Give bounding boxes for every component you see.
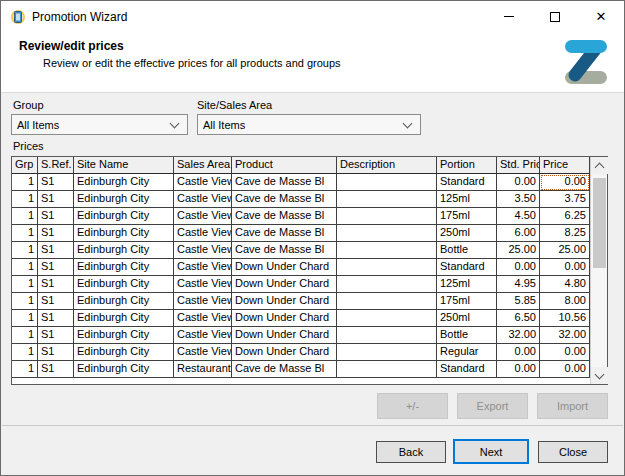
grid-cell-std-price[interactable]: 25.00 xyxy=(497,242,540,259)
grid-cell-portion[interactable]: 250ml xyxy=(437,310,497,327)
grid-cell-sales-area[interactable]: Castle View xyxy=(174,276,232,293)
grid-cell-description[interactable] xyxy=(337,174,437,191)
minimize-button[interactable] xyxy=(486,1,532,32)
grid-cell-s-ref[interactable]: S1 xyxy=(38,174,74,191)
next-button[interactable]: Next xyxy=(453,439,529,464)
site-sales-area-dropdown[interactable]: All Items xyxy=(197,114,421,135)
grid-cell-product[interactable]: Down Under Chard xyxy=(232,310,337,327)
grid-cell-price[interactable]: 0.00 xyxy=(540,361,590,378)
grid-cell-grp[interactable]: 1 xyxy=(12,361,38,378)
grid-cell-grp[interactable]: 1 xyxy=(12,327,38,344)
grid-cell-grp[interactable]: 1 xyxy=(12,208,38,225)
grid-cell-s-ref[interactable]: S1 xyxy=(38,208,74,225)
export-button[interactable]: Export xyxy=(457,393,528,419)
close-button[interactable]: ✕ xyxy=(578,1,624,32)
grid-cell-price[interactable]: 8.00 xyxy=(540,293,590,310)
grid-cell-site-name[interactable]: Edinburgh City xyxy=(74,191,174,208)
grid-cell-description[interactable] xyxy=(337,191,437,208)
grid-cell-grp[interactable]: 1 xyxy=(12,259,38,276)
column-header-std-price[interactable]: Std. Price xyxy=(497,157,540,174)
grid-cell-price[interactable]: 6.25 xyxy=(540,208,590,225)
grid-cell-site-name[interactable]: Edinburgh City xyxy=(74,293,174,310)
grid-cell-price[interactable]: 25.00 xyxy=(540,242,590,259)
grid-cell-grp[interactable]: 1 xyxy=(12,293,38,310)
grid-cell-site-name[interactable]: Edinburgh City xyxy=(74,174,174,191)
grid-cell-std-price[interactable]: 4.95 xyxy=(497,276,540,293)
grid-cell-site-name[interactable]: Edinburgh City xyxy=(74,242,174,259)
grid-cell-product[interactable]: Cave de Masse Bl xyxy=(232,225,337,242)
grid-cell-grp[interactable]: 1 xyxy=(12,344,38,361)
grid-cell-site-name[interactable]: Edinburgh City xyxy=(74,208,174,225)
grid-cell-sales-area[interactable]: Castle View xyxy=(174,259,232,276)
maximize-button[interactable] xyxy=(532,1,578,32)
grid-cell-product[interactable]: Cave de Masse Bl xyxy=(232,242,337,259)
grid-cell-product[interactable]: Cave de Masse Bl xyxy=(232,208,337,225)
scroll-up-button[interactable] xyxy=(591,157,608,174)
grid-cell-site-name[interactable]: Edinburgh City xyxy=(74,361,174,378)
grid-cell-portion[interactable]: Regular xyxy=(437,344,497,361)
grid-cell-s-ref[interactable]: S1 xyxy=(38,225,74,242)
grid-cell-s-ref[interactable]: S1 xyxy=(38,242,74,259)
grid-cell-std-price[interactable]: 0.00 xyxy=(497,361,540,378)
grid-cell-sales-area[interactable]: Castle View xyxy=(174,208,232,225)
grid-cell-site-name[interactable]: Edinburgh City xyxy=(74,344,174,361)
grid-cell-grp[interactable]: 1 xyxy=(12,310,38,327)
grid-cell-product[interactable]: Cave de Masse Bl xyxy=(232,174,337,191)
grid-cell-std-price[interactable]: 3.50 xyxy=(497,191,540,208)
grid-cell-s-ref[interactable]: S1 xyxy=(38,191,74,208)
grid-cell-product[interactable]: Down Under Chard xyxy=(232,276,337,293)
grid-cell-price[interactable]: 0.00 xyxy=(540,174,590,191)
grid-cell-portion[interactable]: 250ml xyxy=(437,225,497,242)
grid-cell-sales-area[interactable]: Castle View xyxy=(174,174,232,191)
grid-cell-grp[interactable]: 1 xyxy=(12,276,38,293)
grid-cell-s-ref[interactable]: S1 xyxy=(38,361,74,378)
grid-cell-sales-area[interactable]: Castle View xyxy=(174,327,232,344)
grid-cell-product[interactable]: Down Under Chard xyxy=(232,259,337,276)
grid-cell-s-ref[interactable]: S1 xyxy=(38,293,74,310)
grid-cell-sales-area[interactable]: Castle View xyxy=(174,344,232,361)
column-header-portion[interactable]: Portion xyxy=(437,157,497,174)
grid-cell-portion[interactable]: 175ml xyxy=(437,208,497,225)
plus-minus-button[interactable]: +/- xyxy=(377,393,448,419)
grid-cell-std-price[interactable]: 0.00 xyxy=(497,344,540,361)
grid-cell-site-name[interactable]: Edinburgh City xyxy=(74,225,174,242)
import-button[interactable]: Import xyxy=(537,393,608,419)
grid-cell-portion[interactable]: Bottle xyxy=(437,327,497,344)
grid-cell-s-ref[interactable]: S1 xyxy=(38,344,74,361)
grid-cell-std-price[interactable]: 5.85 xyxy=(497,293,540,310)
grid-cell-price[interactable]: 0.00 xyxy=(540,259,590,276)
grid-cell-std-price[interactable]: 6.50 xyxy=(497,310,540,327)
grid-cell-site-name[interactable]: Edinburgh City xyxy=(74,327,174,344)
grid-cell-grp[interactable]: 1 xyxy=(12,174,38,191)
close-dialog-button[interactable]: Close xyxy=(538,441,608,463)
column-header-price[interactable]: Price xyxy=(540,157,590,174)
grid-cell-s-ref[interactable]: S1 xyxy=(38,276,74,293)
grid-cell-description[interactable] xyxy=(337,259,437,276)
grid-cell-sales-area[interactable]: Castle View xyxy=(174,242,232,259)
grid-cell-price[interactable]: 3.75 xyxy=(540,191,590,208)
grid-cell-portion[interactable]: Standard xyxy=(437,361,497,378)
grid-cell-product[interactable]: Down Under Chard xyxy=(232,293,337,310)
grid-cell-price[interactable]: 8.25 xyxy=(540,225,590,242)
scroll-down-button[interactable] xyxy=(591,367,608,384)
grid-cell-std-price[interactable]: 6.00 xyxy=(497,225,540,242)
column-header-sales-area[interactable]: Sales Area xyxy=(174,157,232,174)
grid-cell-description[interactable] xyxy=(337,208,437,225)
grid-cell-price[interactable]: 4.80 xyxy=(540,276,590,293)
grid-cell-std-price[interactable]: 32.00 xyxy=(497,327,540,344)
grid-cell-description[interactable] xyxy=(337,242,437,259)
column-header-grp[interactable]: Grp xyxy=(12,157,38,174)
grid-cell-std-price[interactable]: 0.00 xyxy=(497,259,540,276)
grid-cell-portion[interactable]: Standard xyxy=(437,174,497,191)
grid-cell-portion[interactable]: 125ml xyxy=(437,276,497,293)
grid-cell-s-ref[interactable]: S1 xyxy=(38,310,74,327)
grid-cell-site-name[interactable]: Edinburgh City xyxy=(74,276,174,293)
group-dropdown[interactable]: All Items xyxy=(11,114,188,135)
grid-cell-price[interactable]: 32.00 xyxy=(540,327,590,344)
scrollbar-thumb[interactable] xyxy=(593,178,606,268)
grid-cell-portion[interactable]: 125ml xyxy=(437,191,497,208)
grid-cell-description[interactable] xyxy=(337,276,437,293)
column-header-description[interactable]: Description xyxy=(337,157,437,174)
grid-cell-description[interactable] xyxy=(337,225,437,242)
column-header-s-ref[interactable]: S.Ref. xyxy=(38,157,74,174)
